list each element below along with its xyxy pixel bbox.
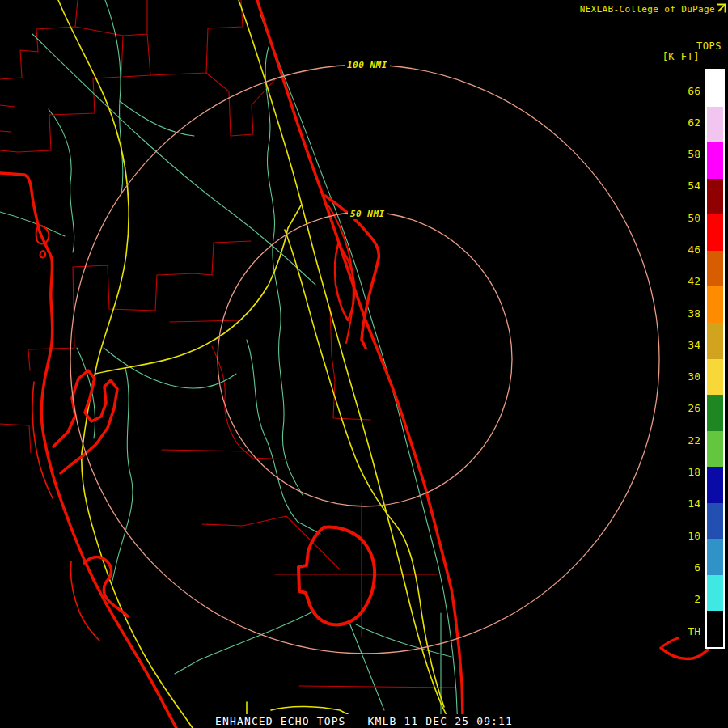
legend-label-22: 22 [663,435,700,446]
county-boundary-lines [0,0,455,688]
legend-label-2: 2 [663,594,700,604]
legend-label-66: 66 [663,86,700,96]
legend-title-units: [K FT] [662,51,700,62]
tampa-bay [53,370,117,473]
legend-label-38: 38 [663,308,700,319]
range-ring-50nmi [218,212,512,506]
gulf-barrier-island-south [70,561,99,641]
legend-label-18: 18 [663,467,700,477]
status-bar-product-title: ENHANCED ECHO TOPS - KMLB 11 DEC 25 09:1… [212,714,516,728]
legend-segment-white [707,70,723,107]
legend-segment-yellow [707,359,723,396]
legend-label-34: 34 [663,340,700,350]
legend-segment-red [707,214,723,251]
legend-label-14: 14 [663,498,700,509]
legend-segment-magenta [707,142,723,179]
legend-label-42: 42 [663,276,700,286]
legend-label-50: 50 [663,213,700,223]
legend-segment-black [707,611,723,647]
cod-flag-icon [716,3,726,15]
range-ring-100nmi [70,65,659,654]
florida-radar-map [0,0,728,728]
legend-segment-cyan [707,575,723,612]
legend-segment-navy [707,467,723,503]
legend-segment-pale-pink [707,107,723,143]
legend-label-6: 6 [663,562,700,573]
lake-okeechobee [298,527,375,625]
bahamas-coast-south [661,648,708,658]
east-coastline [257,0,463,728]
legend-segment-burnt-orange [707,251,723,287]
legend-segment-royal-blue [707,503,723,540]
legend-segment-dark-green [707,395,723,431]
range-ring-label-100nmi: 100 NMI [345,60,390,70]
range-ring-label-50nmi: 50 NMI [348,209,387,219]
bahamas-coast-north [662,638,678,646]
legend-color-scale [705,69,725,649]
credit-text: NEXLAB-College of DuPage [580,4,715,15]
legend-label-10: 10 [663,531,700,541]
legend-label-26: 26 [663,403,700,413]
radar-display: { "header": { "credit": "NEXLAB-College … [0,0,728,728]
legend-label-62: 62 [663,117,700,128]
legend-segment-gold [707,323,723,359]
legend-label-th: TH [663,626,700,637]
highway-lines [58,0,453,728]
legend-segment-light-green [707,431,723,468]
legend-label-46: 46 [663,244,700,255]
legend-segment-dark-red [707,179,723,215]
coastal-islet-small [40,251,46,257]
legend-segment-steel-blue [707,539,723,575]
legend-label-58: 58 [663,149,700,159]
river-lines [0,0,458,728]
legend-label-54: 54 [663,180,700,191]
range-rings [70,65,659,654]
coastline [0,0,708,728]
legend-label-30: 30 [663,371,700,382]
legend-segment-orange [707,286,723,323]
legend-title-tops: TOPS [696,40,722,52]
